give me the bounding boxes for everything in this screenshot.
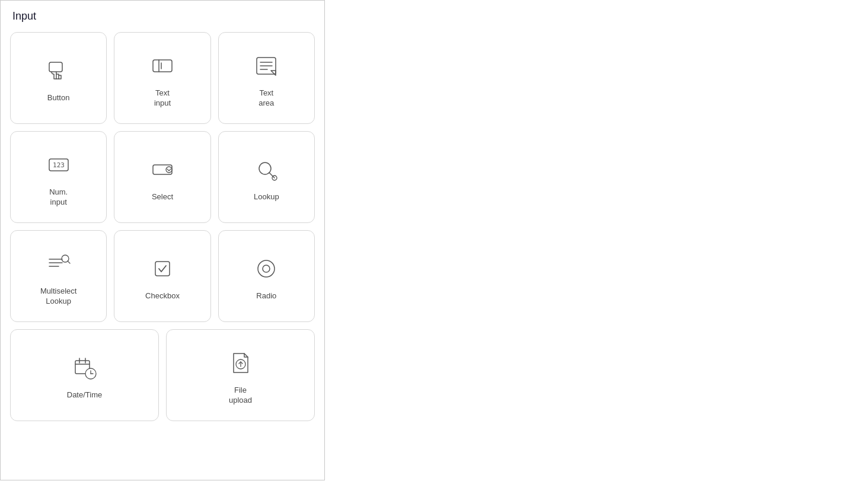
card-text-input[interactable]: Textinput (114, 32, 210, 124)
svg-rect-0 (49, 62, 62, 72)
input-panel: Input Button (0, 0, 325, 480)
card-datetime[interactable]: Date/Time (10, 329, 159, 421)
card-button[interactable]: Button (10, 32, 107, 124)
panel-title: Input (10, 10, 315, 23)
card-lookup-label: Lookup (254, 192, 279, 202)
input-grid-bottom: Date/Time Fileupload (10, 329, 315, 421)
card-text-area-label: Textarea (259, 88, 274, 109)
card-lookup[interactable]: Lookup (218, 131, 315, 223)
radio-icon (251, 253, 282, 284)
svg-rect-1 (153, 60, 172, 72)
svg-point-11 (166, 167, 172, 173)
checkbox-icon (147, 253, 178, 284)
select-icon (147, 154, 178, 185)
card-multiselect-lookup[interactable]: MultiselectLookup (10, 230, 107, 322)
text-input-icon (147, 50, 178, 81)
card-datetime-label: Date/Time (67, 390, 102, 400)
multiselect-lookup-icon (43, 249, 74, 279)
input-grid: Button Textinput (10, 32, 315, 322)
button-icon (43, 55, 74, 86)
svg-point-21 (258, 260, 275, 277)
num-input-icon: 123 (43, 149, 74, 180)
card-select[interactable]: Select (114, 131, 210, 223)
svg-text:123: 123 (53, 161, 65, 169)
card-select-label: Select (152, 192, 173, 202)
card-checkbox[interactable]: Checkbox (114, 230, 210, 322)
card-text-input-label: Textinput (154, 88, 171, 109)
card-radio-label: Radio (256, 291, 276, 301)
card-radio[interactable]: Radio (218, 230, 315, 322)
svg-point-22 (263, 265, 270, 272)
card-multiselect-lookup-label: MultiselectLookup (40, 286, 76, 307)
lookup-icon (251, 154, 282, 185)
card-text-area[interactable]: Textarea (218, 32, 315, 124)
svg-rect-20 (155, 262, 170, 276)
svg-line-13 (269, 173, 275, 178)
svg-line-19 (68, 261, 70, 263)
datetime-icon (69, 352, 100, 383)
card-file-upload[interactable]: Fileupload (166, 329, 315, 421)
file-upload-icon (225, 348, 256, 378)
card-num-input-label: Num.input (49, 187, 68, 208)
card-num-input[interactable]: 123 Num.input (10, 131, 107, 223)
card-file-upload-label: Fileupload (229, 386, 252, 406)
text-area-icon (251, 50, 282, 81)
card-checkbox-label: Checkbox (145, 291, 180, 301)
card-button-label: Button (47, 93, 70, 103)
